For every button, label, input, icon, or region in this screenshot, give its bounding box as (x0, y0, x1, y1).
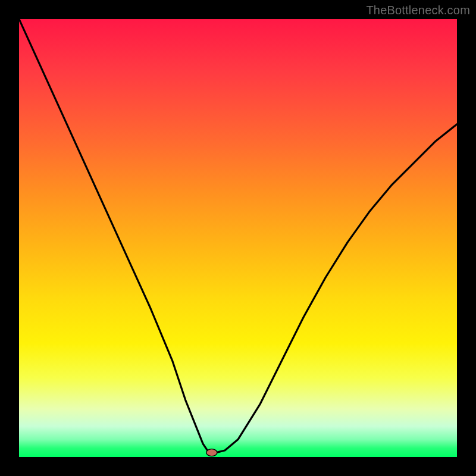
outer-frame: TheBottleneck.com (0, 0, 476, 476)
minimum-marker (206, 449, 217, 456)
bottleneck-curve (19, 19, 457, 453)
bottleneck-curve-svg (19, 19, 457, 457)
plot-area (19, 19, 457, 457)
watermark-text: TheBottleneck.com (366, 4, 470, 17)
